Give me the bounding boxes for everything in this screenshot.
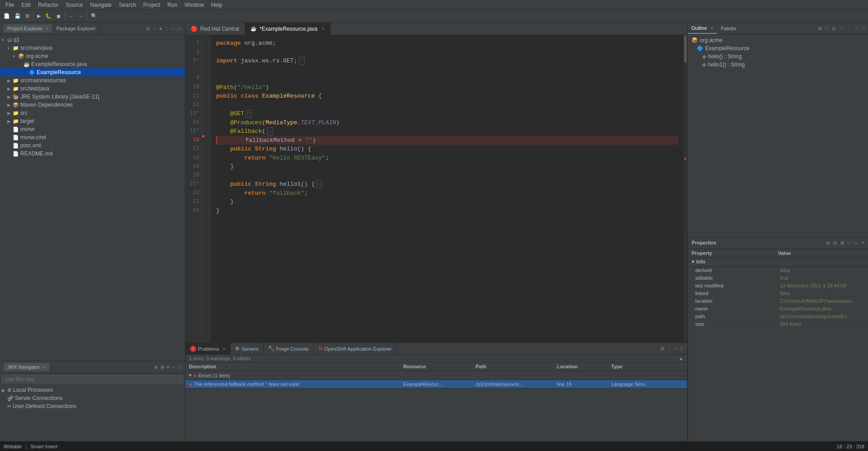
jmx-close-icon[interactable]: × xyxy=(43,364,46,370)
link-editor-btn[interactable]: ↔ xyxy=(151,26,158,32)
outline-collapse-btn[interactable]: ⊟ xyxy=(830,25,837,31)
fold-marker-21[interactable]: □ xyxy=(316,180,322,189)
jmx-refresh-btn[interactable]: ⊞ xyxy=(160,364,165,370)
jmx-maximize-btn[interactable]: □ xyxy=(177,364,181,370)
toolbar-back[interactable]: ← xyxy=(67,11,75,21)
tree-jre[interactable]: ▶ 📚 JRE System Library [JavaSE-11] xyxy=(0,93,185,101)
problem-row-1[interactable]: ● The referenced fallback method '' does… xyxy=(185,380,687,389)
tree-mvnw[interactable]: 📄 mvnw xyxy=(0,125,185,133)
prop-derived[interactable]: derived false xyxy=(688,267,868,274)
fold-marker[interactable]: □ xyxy=(299,57,305,66)
outline-maximize-btn[interactable]: □ xyxy=(861,25,866,31)
bottom-maximize-btn[interactable]: □ xyxy=(679,346,684,352)
tab-close-icon[interactable]: × xyxy=(322,26,325,31)
toolbar-debug[interactable]: 🐛 xyxy=(43,11,53,21)
prop-path[interactable]: path /q1/src/main/java/org/acme/Ex... xyxy=(688,313,868,320)
bottom-filter-btn[interactable]: ⊞ xyxy=(660,346,665,352)
menu-window[interactable]: Window xyxy=(181,0,208,9)
arrow-maven[interactable]: ▶ xyxy=(7,103,13,108)
tab-example-resource[interactable]: ☕ *ExampleResource.java × xyxy=(245,23,330,35)
tab-palette[interactable]: Palette xyxy=(717,23,740,34)
bottom-menu-btn[interactable]: ⋮ xyxy=(666,346,672,352)
fold-marker-13[interactable]: □ xyxy=(246,110,252,118)
outline-menu-btn[interactable]: ⋮ xyxy=(846,25,853,31)
toolbar-save[interactable]: 💾 xyxy=(13,11,23,21)
prop-location[interactable]: location C:\Users\JeffMAURY\workspace... xyxy=(688,297,868,305)
arrow-test[interactable]: ▶ xyxy=(7,86,13,91)
tab-package-explorer[interactable]: Package Explorer xyxy=(53,24,100,33)
arrow-jre[interactable]: ▶ xyxy=(7,94,13,99)
tree-src[interactable]: ▶ 📁 src xyxy=(0,109,185,117)
tree-pom[interactable]: 📄 pom.xml xyxy=(0,141,185,150)
arrow-src[interactable]: ▾ xyxy=(7,46,13,51)
menu-run[interactable]: Run xyxy=(164,0,181,9)
tab-problems[interactable]: ! Problems × xyxy=(185,343,231,354)
jmx-filter-input[interactable] xyxy=(2,375,183,383)
props-minimize-btn[interactable]: ─ xyxy=(846,240,852,246)
jmx-user-defined[interactable]: ✏ User-Defined Connections xyxy=(0,402,185,410)
toolbar-run[interactable]: ▶ xyxy=(35,11,42,21)
tree-readme[interactable]: 📄 README.md xyxy=(0,150,185,158)
jmx-filter-btn[interactable]: ▾ xyxy=(166,364,170,370)
tab-openshift[interactable]: ⊖ OpenShift Application Explorer xyxy=(314,343,396,354)
menu-source[interactable]: Source xyxy=(62,0,86,9)
props-copy-btn[interactable]: ⊞ xyxy=(825,240,831,246)
arrow-src2[interactable]: ▶ xyxy=(7,111,13,116)
tab-outline[interactable]: Outline × xyxy=(688,23,717,34)
prop-size[interactable]: size 294 bytes xyxy=(688,320,868,328)
outline-link-btn[interactable]: ↔ xyxy=(838,25,845,31)
maximize-btn[interactable]: □ xyxy=(177,26,181,32)
tree-src-main-resources[interactable]: ▶ 📁 src/main/resources xyxy=(0,76,185,85)
code-editor[interactable]: 1 2 3* 9 10 11 12 13* 14 15* 16 17 18 19… xyxy=(185,35,687,343)
menu-project[interactable]: Project xyxy=(140,0,164,9)
toolbar-search[interactable]: 🔍 xyxy=(89,11,99,21)
jmx-server-connections[interactable]: 🔗 Server Connections xyxy=(0,394,185,402)
toolbar-new[interactable]: 📄 xyxy=(2,11,12,21)
tree-org-acme[interactable]: ▾ 📦 org.acme xyxy=(0,52,185,60)
prop-section-info[interactable]: ▾ Info xyxy=(688,258,868,267)
filter-btn[interactable]: ▾ xyxy=(159,26,163,32)
tab-servers[interactable]: ⚙ Servers xyxy=(231,343,264,354)
toolbar-forward[interactable]: → xyxy=(76,11,85,21)
outline-hide-btn[interactable]: □ xyxy=(824,25,830,31)
bottom-minimize-btn[interactable]: ─ xyxy=(673,346,678,352)
menu-search[interactable]: Search xyxy=(115,0,140,9)
tree-maven[interactable]: ▶ 📦 Maven Dependencies xyxy=(0,101,185,109)
tree-mvnw-cmd[interactable]: 📄 mvnw.cmd xyxy=(0,133,185,141)
tab-jmx[interactable]: JMX Navigator × xyxy=(4,363,50,371)
tree-src-main-java[interactable]: ▾ 📁 src/main/java xyxy=(0,44,185,52)
errors-group[interactable]: ▾ ● Errors (1 item) xyxy=(185,371,687,380)
menu-edit[interactable]: Edit xyxy=(18,0,34,9)
jmx-minimize-btn[interactable]: ─ xyxy=(171,364,176,370)
tree-src-test-java[interactable]: ▶ 📁 src/test/java xyxy=(0,85,185,93)
outline-hello1[interactable]: ◆ hello1() : String xyxy=(688,61,868,69)
prop-name[interactable]: name ExampleResource.java xyxy=(688,305,868,313)
menu-refactor[interactable]: Refactor xyxy=(34,0,62,9)
props-cols-btn[interactable]: ⊠ xyxy=(839,240,845,246)
jmx-local-processes[interactable]: ▶ ⚙ Local Processes xyxy=(0,386,185,394)
tree-q1[interactable]: ▾ 🗂 q1 xyxy=(0,36,185,44)
collapse-all-btn[interactable]: ⊟ xyxy=(145,26,151,32)
menu-file[interactable]: File xyxy=(2,0,18,9)
arrow-org[interactable]: ▾ xyxy=(13,54,18,59)
props-close[interactable]: × xyxy=(861,240,864,246)
code-content[interactable]: package org.acme; import javax.ws.rs.GET… xyxy=(211,35,684,343)
arrow-resources[interactable]: ▶ xyxy=(7,78,13,83)
prop-editable[interactable]: editable true xyxy=(688,274,868,282)
outline-minimize-btn[interactable]: ─ xyxy=(854,25,860,31)
fold-marker-15[interactable]: □ xyxy=(267,127,273,136)
jmx-new-btn[interactable]: ⊕ xyxy=(153,364,159,370)
tab-project-explorer[interactable]: Project Explorer × xyxy=(4,24,53,33)
group-toggle[interactable]: ▾ xyxy=(189,372,192,378)
prop-section-toggle[interactable]: ▾ xyxy=(692,259,694,265)
tree-example-resource-java[interactable]: ☕ ExampleResource.java xyxy=(0,60,185,68)
toolbar-save-all[interactable]: ⊞ xyxy=(24,11,31,21)
outline-hello[interactable]: ◆ hello() : String xyxy=(688,52,868,61)
toolbar-stop[interactable]: ⏹ xyxy=(54,11,63,21)
panel-menu-btn[interactable]: ⋮ xyxy=(164,26,170,32)
outline-pkg[interactable]: 📦 org.acme xyxy=(688,36,868,44)
outline-class[interactable]: 🔷 ExampleResource xyxy=(688,44,868,52)
props-maximize-btn[interactable]: □ xyxy=(853,240,859,246)
arrow-q1[interactable]: ▾ xyxy=(2,38,7,42)
minimize-btn[interactable]: ─ xyxy=(171,26,176,32)
